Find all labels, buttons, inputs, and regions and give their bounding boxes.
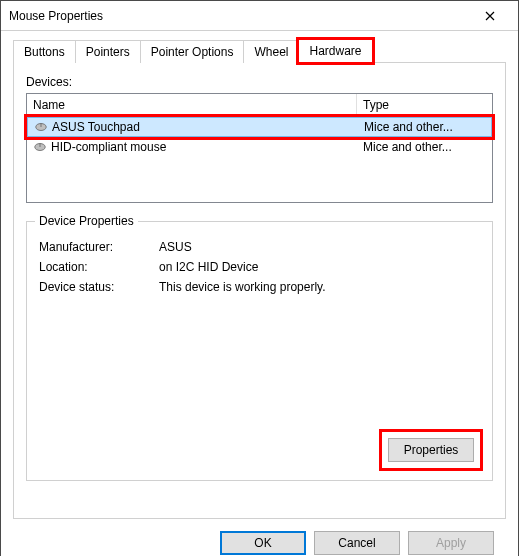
location-label: Location: [39, 260, 159, 274]
list-header: Name Type [27, 94, 492, 117]
device-name: ASUS Touchpad [52, 120, 140, 134]
highlight-box: Properties [382, 432, 480, 468]
device-properties-legend: Device Properties [35, 214, 138, 228]
dialog-footer: OK Cancel Apply [13, 519, 506, 556]
mouse-icon [33, 142, 47, 152]
device-type: Mice and other... [357, 138, 492, 156]
properties-button[interactable]: Properties [388, 438, 474, 462]
tab-wheel[interactable]: Wheel [243, 40, 299, 63]
tab-pointer-options[interactable]: Pointer Options [140, 40, 245, 63]
dialog-body: Buttons Pointers Pointer Options Wheel H… [1, 31, 518, 556]
close-icon [485, 11, 495, 21]
manufacturer-label: Manufacturer: [39, 240, 159, 254]
location-value: on I2C HID Device [159, 260, 480, 274]
mouse-properties-window: Mouse Properties Buttons Pointers Pointe… [0, 0, 519, 556]
tab-hardware[interactable]: Hardware [298, 39, 372, 63]
window-title: Mouse Properties [9, 9, 470, 23]
location-row: Location: on I2C HID Device [39, 260, 480, 274]
mouse-icon [34, 122, 48, 132]
properties-button-wrap: Properties [382, 432, 480, 468]
status-row: Device status: This device is working pr… [39, 280, 480, 294]
device-row[interactable]: HID-compliant mouse Mice and other... [27, 137, 492, 157]
col-header-name[interactable]: Name [27, 94, 357, 116]
tab-strip: Buttons Pointers Pointer Options Wheel H… [13, 39, 506, 63]
tab-pointers[interactable]: Pointers [75, 40, 141, 63]
device-name: HID-compliant mouse [51, 140, 166, 154]
ok-button[interactable]: OK [220, 531, 306, 555]
col-header-type[interactable]: Type [357, 94, 492, 116]
status-value: This device is working properly. [159, 280, 480, 294]
device-type: Mice and other... [358, 118, 491, 136]
device-name-cell: ASUS Touchpad [28, 118, 358, 136]
device-name-cell: HID-compliant mouse [27, 138, 357, 156]
tab-panel-hardware: Devices: Name Type ASUS Touchpad Mice an… [13, 63, 506, 519]
cancel-button[interactable]: Cancel [314, 531, 400, 555]
titlebar: Mouse Properties [1, 1, 518, 31]
tab-buttons[interactable]: Buttons [13, 40, 76, 63]
status-label: Device status: [39, 280, 159, 294]
manufacturer-row: Manufacturer: ASUS [39, 240, 480, 254]
device-row[interactable]: ASUS Touchpad Mice and other... [27, 117, 492, 137]
manufacturer-value: ASUS [159, 240, 480, 254]
apply-button[interactable]: Apply [408, 531, 494, 555]
device-properties-group: Device Properties Manufacturer: ASUS Loc… [26, 221, 493, 481]
close-button[interactable] [470, 1, 510, 31]
devices-list[interactable]: Name Type ASUS Touchpad Mice and other..… [26, 93, 493, 203]
devices-label: Devices: [26, 75, 493, 89]
